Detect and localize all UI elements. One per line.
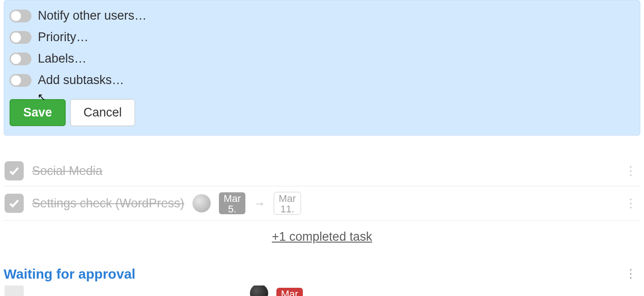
section-title[interactable]: Waiting for approval — [4, 266, 135, 282]
task-checkbox[interactable] — [5, 285, 24, 296]
toggle-row-priority: Priority… — [10, 26, 634, 48]
cancel-button[interactable]: Cancel — [70, 99, 135, 126]
save-button[interactable]: Save — [10, 99, 66, 126]
toggle-notify[interactable] — [10, 10, 31, 22]
task-edit-panel: Notify other users… Priority… Labels… Ad… — [4, 0, 640, 136]
toggle-row-subtasks: Add subtasks… — [10, 69, 634, 91]
toggle-label: Priority… — [38, 30, 88, 44]
date-month: Mar — [223, 193, 241, 204]
start-date-chip[interactable]: Mar 5. — [219, 192, 245, 214]
task-title: Settings check (WordPress) — [32, 196, 184, 211]
task-row-partial[interactable]: Mar — [0, 285, 644, 296]
start-date-chip[interactable]: Mar — [276, 288, 303, 296]
arrow-right-icon: → — [254, 196, 265, 211]
task-checkbox[interactable] — [5, 161, 24, 180]
date-month: Mar — [281, 289, 298, 296]
end-date-chip[interactable]: Mar 11. — [274, 192, 301, 215]
assignee-avatar[interactable] — [250, 285, 268, 296]
toggle-label: Notify other users… — [38, 9, 147, 23]
task-row[interactable]: Social Media ⋮ — [4, 156, 640, 186]
section-header: Waiting for approval ⋮ — [0, 248, 644, 285]
date-day: 5. — [228, 204, 236, 214]
date-day: 11. — [280, 204, 295, 214]
show-completed-link[interactable]: +1 completed task — [4, 221, 640, 248]
toggle-label: Labels… — [38, 52, 87, 66]
task-checkbox[interactable] — [5, 194, 24, 213]
assignee-avatar[interactable] — [192, 194, 211, 212]
tasks-area: Social Media ⋮ Settings check (WordPress… — [0, 136, 644, 248]
check-icon — [8, 165, 20, 177]
toggle-row-notify: Notify other users… — [10, 5, 634, 26]
toggle-label: Add subtasks… — [38, 73, 124, 87]
toggle-row-labels: Labels… — [10, 48, 634, 69]
task-row[interactable]: Settings check (WordPress) Mar 5. → Mar … — [4, 186, 640, 221]
task-menu-button[interactable]: ⋮ — [621, 162, 640, 180]
date-month: Mar — [279, 193, 296, 204]
section-menu-button[interactable]: ⋮ — [621, 265, 640, 283]
task-menu-button[interactable]: ⋮ — [621, 195, 640, 212]
panel-actions: Save Cancel — [10, 99, 634, 126]
check-icon — [8, 197, 20, 209]
task-title: Social Media — [32, 164, 103, 178]
toggle-subtasks[interactable] — [10, 74, 31, 87]
toggle-priority[interactable] — [10, 31, 31, 44]
toggle-labels[interactable] — [10, 53, 31, 65]
